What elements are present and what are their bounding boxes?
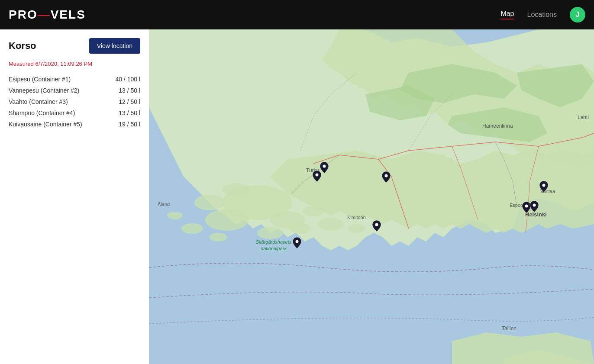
container-row: Vannepesu (Container #2)13 / 50 l — [9, 87, 140, 94]
container-value: 12 / 50 l — [119, 98, 140, 105]
container-name: Esipesu (Container #1) — [9, 76, 71, 83]
label-park-line2: nationalpark — [261, 246, 287, 251]
label-kimitoon: Kimitoön — [347, 215, 366, 220]
header: PRO—VELS Map Locations J — [0, 0, 594, 29]
container-value: 40 / 100 l — [115, 76, 140, 83]
logo: PRO—VELS — [9, 8, 86, 22]
svg-point-13 — [167, 212, 183, 219]
container-row: Esipesu (Container #1)40 / 100 l — [9, 76, 140, 83]
container-value: 13 / 50 l — [119, 87, 140, 94]
svg-point-12 — [181, 223, 203, 234]
svg-point-4 — [223, 183, 249, 196]
container-value: 13 / 50 l — [119, 110, 140, 116]
svg-point-16 — [385, 174, 388, 177]
container-name: Vaahto (Container #3) — [9, 98, 68, 105]
container-value: 19 / 50 l — [119, 121, 140, 128]
avatar[interactable]: J — [570, 7, 585, 23]
sidebar: Korso View location Measured 6/7/2020, 1… — [0, 29, 149, 364]
svg-point-20 — [525, 205, 528, 208]
svg-point-19 — [542, 184, 546, 187]
logo-accent: — — [38, 8, 51, 22]
nav-map[interactable]: Map — [500, 10, 514, 19]
svg-point-18 — [296, 240, 299, 243]
map-container[interactable]: Hämeenlinna Lahti Turku Kimitoön Åland V… — [149, 29, 594, 364]
main-layout: Korso View location Measured 6/7/2020, 1… — [0, 0, 594, 364]
view-location-button[interactable]: View location — [89, 38, 140, 54]
container-row: Vaahto (Container #3)12 / 50 l — [9, 98, 140, 105]
svg-point-6 — [303, 206, 324, 216]
map-svg: Hämeenlinna Lahti Turku Kimitoön Åland V… — [149, 29, 594, 364]
container-name: Shampoo (Container #4) — [9, 110, 75, 116]
container-row: Shampoo (Container #4)13 / 50 l — [9, 110, 140, 116]
svg-point-7 — [318, 218, 344, 231]
svg-point-2 — [205, 209, 249, 231]
nav: Map Locations J — [500, 7, 585, 23]
label-espoo: Espoo — [510, 203, 523, 208]
container-name: Vannepesu (Container #2) — [9, 87, 79, 94]
container-name: Kuivausaine (Container #5) — [9, 121, 82, 128]
label-aland: Åland — [158, 202, 170, 207]
svg-point-14 — [323, 165, 326, 168]
nav-locations[interactable]: Locations — [527, 11, 557, 19]
location-title: Korso — [9, 40, 36, 52]
svg-point-15 — [316, 174, 319, 177]
sidebar-header: Korso View location — [9, 38, 140, 54]
svg-point-21 — [533, 204, 536, 207]
svg-point-5 — [194, 195, 225, 210]
svg-point-9 — [290, 223, 311, 234]
label-park-line1: Skärgårdshavets — [256, 239, 292, 245]
container-list: Esipesu (Container #1)40 / 100 lVannepes… — [9, 76, 140, 128]
label-tallinn: Tallinn — [502, 325, 517, 332]
label-helsinki: Helsinki — [525, 211, 547, 218]
svg-point-8 — [348, 224, 365, 233]
svg-point-10 — [257, 227, 283, 239]
label-hameenlinna: Hämeenlinna — [482, 123, 513, 129]
measured-label: Measured 6/7/2020, 11:09:26 PM — [9, 61, 140, 67]
svg-point-11 — [210, 233, 227, 242]
label-lahti: Lahti — [578, 114, 589, 120]
container-row: Kuivausaine (Container #5)19 / 50 l — [9, 121, 140, 128]
svg-point-17 — [375, 223, 378, 226]
